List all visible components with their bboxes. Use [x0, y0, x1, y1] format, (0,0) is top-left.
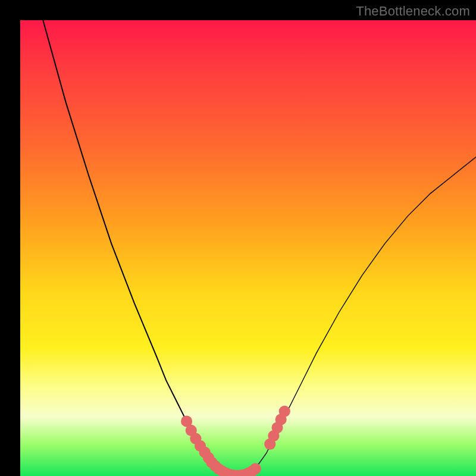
line-left-branch	[43, 20, 221, 471]
curve-layer	[20, 20, 476, 476]
left-marker-cluster	[181, 416, 261, 476]
series-right-branch	[257, 157, 476, 466]
watermark-text: TheBottleneck.com	[356, 4, 470, 19]
series-left-branch	[43, 20, 221, 471]
chart-stage: TheBottleneck.com	[0, 0, 476, 476]
plot-area	[20, 20, 476, 476]
marker-dot	[279, 406, 290, 417]
line-right-branch	[257, 157, 476, 466]
marker-dot	[250, 463, 261, 474]
right-marker-cluster	[264, 406, 290, 450]
